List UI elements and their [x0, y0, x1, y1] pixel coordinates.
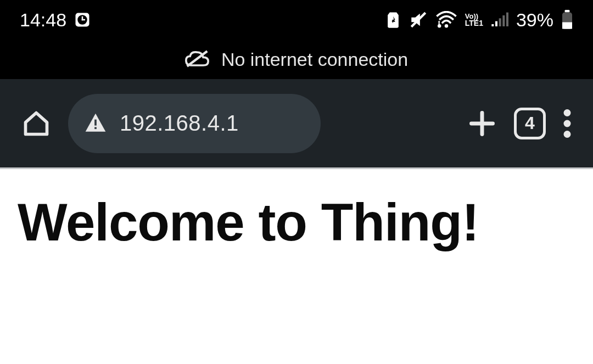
recycle-badge-icon: [385, 11, 401, 29]
svg-rect-8: [491, 24, 494, 26]
browser-toolbar: 192.168.4.1 4: [0, 79, 593, 169]
page-heading: Welcome to Thing!: [18, 192, 575, 253]
address-text: 192.168.4.1: [120, 111, 239, 136]
status-left: 14:48: [20, 9, 91, 31]
status-right: ! Vo)) LTE1 39%: [385, 9, 573, 31]
volte-bottom: LTE1: [465, 20, 483, 27]
svg-rect-12: [506, 13, 508, 26]
status-bar: 14:48 ! Vo)) LTE1 39%: [0, 0, 593, 40]
volte-indicator: Vo)) LTE1: [465, 13, 483, 26]
tab-count-value: 4: [525, 113, 535, 133]
svg-rect-10: [499, 18, 501, 26]
svg-point-5: [445, 24, 448, 27]
svg-point-22: [564, 109, 571, 116]
svg-rect-11: [502, 15, 505, 26]
menu-icon[interactable]: [563, 109, 571, 138]
svg-text:!: !: [438, 20, 440, 29]
home-icon[interactable]: [22, 109, 51, 138]
tab-count-button[interactable]: 4: [514, 108, 546, 139]
mute-icon: [409, 10, 428, 29]
clock-icon: [74, 12, 91, 28]
new-tab-icon[interactable]: [468, 109, 496, 138]
notification-bar: No internet connection: [0, 40, 593, 79]
notification-text: No internet connection: [221, 49, 408, 70]
svg-point-24: [564, 131, 571, 138]
svg-rect-18: [94, 119, 97, 125]
page-content: Welcome to Thing!: [0, 169, 593, 276]
cloud-off-icon: [185, 49, 209, 69]
svg-rect-16: [562, 26, 572, 29]
signal-icon: [491, 12, 508, 27]
battery-icon: [561, 10, 573, 30]
address-bar[interactable]: 192.168.4.1: [68, 94, 321, 153]
svg-point-23: [564, 120, 571, 127]
svg-rect-3: [82, 19, 85, 21]
svg-rect-9: [495, 21, 497, 26]
not-secure-icon: [83, 111, 108, 136]
status-time: 14:48: [20, 9, 66, 31]
battery-percent: 39%: [516, 9, 553, 31]
svg-rect-13: [565, 10, 570, 13]
svg-rect-19: [94, 127, 97, 129]
wifi-icon: !: [435, 11, 457, 29]
